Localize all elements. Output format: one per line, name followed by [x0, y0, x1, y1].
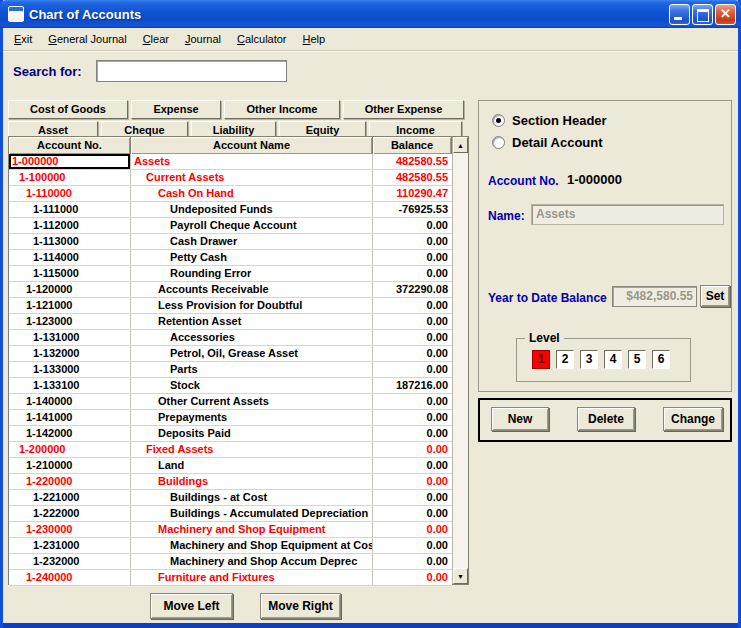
balance-cell[interactable]: 0.00	[373, 218, 452, 233]
account-no-cell[interactable]: 1-120000	[9, 282, 131, 297]
account-no-cell[interactable]: 1-140000	[9, 394, 131, 409]
balance-cell[interactable]: 0.00	[373, 474, 452, 489]
account-name-cell[interactable]: Furniture and Fixtures	[131, 570, 373, 585]
balance-cell[interactable]: 0.00	[373, 554, 452, 569]
account-no-cell[interactable]: 1-232000	[9, 554, 131, 569]
account-no-cell[interactable]: 1-210000	[9, 458, 131, 473]
account-no-cell[interactable]: 1-115000	[9, 266, 131, 281]
name-field[interactable]: Assets	[531, 204, 724, 225]
account-name-cell[interactable]: Accessories	[131, 330, 373, 345]
maximize-button[interactable]	[692, 4, 713, 25]
account-name-cell[interactable]: Petrol, Oil, Grease Asset	[131, 346, 373, 361]
menu-item-general-journal[interactable]: General Journal	[40, 30, 134, 48]
tab-other-income[interactable]: Other Income	[224, 100, 340, 119]
level-2-button[interactable]: 2	[556, 350, 574, 369]
level-3-button[interactable]: 3	[580, 350, 598, 369]
tab-other-expense[interactable]: Other Expense	[343, 100, 464, 119]
section-header-radio-row[interactable]: Section Header	[492, 113, 607, 128]
level-1-button[interactable]: 1	[532, 350, 550, 369]
balance-cell[interactable]: 0.00	[373, 266, 452, 281]
account-name-cell[interactable]: Buildings	[131, 474, 373, 489]
titlebar[interactable]: Chart of Accounts	[0, 0, 741, 28]
account-no-cell[interactable]: 1-000000	[9, 154, 131, 169]
table-row[interactable]: 1-120000Accounts Receivable372290.08	[9, 282, 452, 298]
change-button[interactable]: Change	[663, 407, 723, 431]
account-no-cell[interactable]: 1-200000	[9, 442, 131, 457]
table-row[interactable]: 1-133000Parts0.00	[9, 362, 452, 378]
table-row[interactable]: 1-121000Less Provision for Doubtful0.00	[9, 298, 452, 314]
table-row[interactable]: 1-114000Petty Cash0.00	[9, 250, 452, 266]
balance-cell[interactable]: 0.00	[373, 330, 452, 345]
account-no-cell[interactable]: 1-123000	[9, 314, 131, 329]
balance-cell[interactable]: 187216.00	[373, 378, 452, 393]
balance-cell[interactable]: 0.00	[373, 234, 452, 249]
account-no-cell[interactable]: 1-221000	[9, 490, 131, 505]
account-name-cell[interactable]: Cash Drawer	[131, 234, 373, 249]
table-row[interactable]: 1-140000Other Current Assets0.00	[9, 394, 452, 410]
menu-item-exit[interactable]: Exit	[6, 30, 40, 48]
account-no-cell[interactable]: 1-132000	[9, 346, 131, 361]
section-header-radio[interactable]	[492, 114, 505, 127]
move-right-button[interactable]: Move Right	[260, 593, 341, 619]
level-4-button[interactable]: 4	[604, 350, 622, 369]
account-name-cell[interactable]: Payroll Cheque Account	[131, 218, 373, 233]
balance-cell[interactable]: 372290.08	[373, 282, 452, 297]
table-row[interactable]: 1-240000Furniture and Fixtures0.00	[9, 570, 452, 586]
account-name-cell[interactable]: Buildings - Accumulated Depreciation	[131, 506, 373, 521]
balance-cell[interactable]: 0.00	[373, 538, 452, 553]
table-row[interactable]: 1-221000Buildings - at Cost0.00	[9, 490, 452, 506]
balance-cell[interactable]: 0.00	[373, 426, 452, 441]
account-name-cell[interactable]: Machinery and Shop Equipment at Cost	[131, 538, 373, 553]
column-header-balance[interactable]: Balance	[373, 137, 452, 154]
table-row[interactable]: 1-112000Payroll Cheque Account0.00	[9, 218, 452, 234]
balance-cell[interactable]: -76925.53	[373, 202, 452, 217]
detail-account-radio[interactable]	[492, 136, 505, 149]
scroll-down-icon[interactable]: ▼	[453, 568, 468, 584]
account-name-cell[interactable]: Petty Cash	[131, 250, 373, 265]
account-name-cell[interactable]: Stock	[131, 378, 373, 393]
account-name-cell[interactable]: Accounts Receivable	[131, 282, 373, 297]
account-name-cell[interactable]: Current Assets	[131, 170, 373, 185]
account-name-cell[interactable]: Buildings - at Cost	[131, 490, 373, 505]
balance-cell[interactable]: 0.00	[373, 458, 452, 473]
account-no-cell[interactable]: 1-114000	[9, 250, 131, 265]
account-name-cell[interactable]: Undeposited Funds	[131, 202, 373, 217]
balance-cell[interactable]: 0.00	[373, 298, 452, 313]
balance-cell[interactable]: 0.00	[373, 362, 452, 377]
account-no-cell[interactable]: 1-112000	[9, 218, 131, 233]
table-row[interactable]: 1-113000Cash Drawer0.00	[9, 234, 452, 250]
table-row[interactable]: 1-131000Accessories0.00	[9, 330, 452, 346]
table-row[interactable]: 1-210000Land0.00	[9, 458, 452, 474]
table-row[interactable]: 1-100000Current Assets482580.55	[9, 170, 452, 186]
table-row[interactable]: 1-142000Deposits Paid0.00	[9, 426, 452, 442]
table-row[interactable]: 1-230000Machinery and Shop Equipment0.00	[9, 522, 452, 538]
delete-button[interactable]: Delete	[577, 407, 635, 431]
account-no-cell[interactable]: 1-142000	[9, 426, 131, 441]
menu-item-help[interactable]: Help	[295, 30, 334, 48]
account-no-cell[interactable]: 1-230000	[9, 522, 131, 537]
account-name-cell[interactable]: Land	[131, 458, 373, 473]
account-name-cell[interactable]: Fixed Assets	[131, 442, 373, 457]
account-name-cell[interactable]: Machinery and Shop Accum Deprec	[131, 554, 373, 569]
account-no-cell[interactable]: 1-133100	[9, 378, 131, 393]
balance-cell[interactable]: 0.00	[373, 490, 452, 505]
set-button[interactable]: Set	[700, 285, 730, 307]
tab-cost-of-goods[interactable]: Cost of Goods	[8, 100, 128, 119]
balance-cell[interactable]: 0.00	[373, 442, 452, 457]
account-name-cell[interactable]: Prepayments	[131, 410, 373, 425]
balance-cell[interactable]: 0.00	[373, 506, 452, 521]
table-row[interactable]: 1-000000Assets482580.55	[9, 154, 452, 170]
menu-item-calculator[interactable]: Calculator	[229, 30, 295, 48]
account-no-cell[interactable]: 1-113000	[9, 234, 131, 249]
balance-cell[interactable]: 0.00	[373, 394, 452, 409]
menu-item-clear[interactable]: Clear	[135, 30, 177, 48]
scroll-up-icon[interactable]: ▲	[453, 137, 468, 153]
account-no-cell[interactable]: 1-240000	[9, 570, 131, 585]
tab-expense[interactable]: Expense	[131, 100, 221, 119]
account-name-cell[interactable]: Cash On Hand	[131, 186, 373, 201]
table-row[interactable]: 1-123000Retention Asset0.00	[9, 314, 452, 330]
balance-cell[interactable]: 482580.55	[373, 170, 452, 185]
minimize-button[interactable]	[669, 4, 690, 25]
table-row[interactable]: 1-220000Buildings0.00	[9, 474, 452, 490]
account-name-cell[interactable]: Other Current Assets	[131, 394, 373, 409]
